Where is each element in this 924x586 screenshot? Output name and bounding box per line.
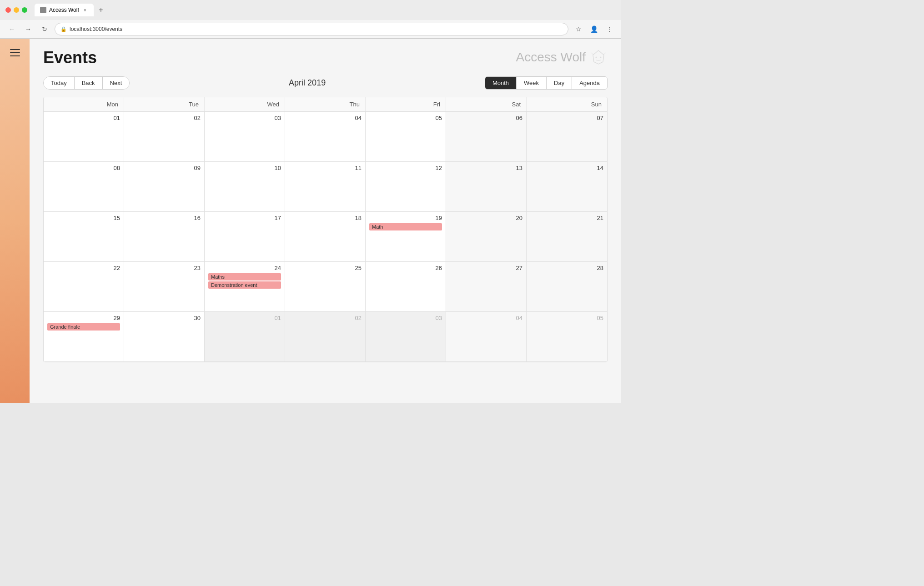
cell-date: 01 (47, 115, 120, 121)
calendar-cell[interactable]: 16 (124, 212, 205, 262)
calendar-cell[interactable]: 09 (124, 162, 205, 212)
calendar-cell[interactable]: 23 (124, 262, 205, 312)
calendar-cell[interactable]: 01 (44, 112, 124, 162)
calendar-cell[interactable]: 02 (285, 312, 366, 362)
calendar-cell[interactable]: 25 (285, 262, 366, 312)
calendar-header: MonTueWedThuFriSatSun (44, 97, 607, 112)
cell-date: 11 (289, 165, 362, 171)
calendar-cell[interactable]: 21 (527, 212, 607, 262)
calendar-cell[interactable]: 03 (205, 112, 285, 162)
new-tab-button[interactable]: + (95, 5, 106, 15)
sidebar (0, 39, 30, 403)
cell-date: 04 (450, 315, 522, 321)
calendar-cell[interactable]: 02 (124, 112, 205, 162)
wolf-icon (589, 48, 608, 66)
event-bar[interactable]: Math (369, 223, 442, 230)
svg-point-0 (596, 57, 597, 58)
forward-nav-button[interactable]: → (22, 23, 35, 35)
cell-date: 02 (128, 115, 201, 121)
tab-bar: Access Wolf × + (35, 4, 616, 16)
month-view-button[interactable]: Month (485, 77, 517, 89)
hamburger-line-1 (10, 49, 20, 50)
cell-date: 14 (530, 165, 603, 171)
app-name-label: Access Wolf (516, 50, 586, 65)
cell-date: 28 (530, 265, 603, 271)
hamburger-button[interactable] (7, 45, 23, 61)
cell-date: 23 (128, 265, 201, 271)
calendar-cell[interactable]: 05 (527, 312, 607, 362)
calendar: MonTueWedThuFriSatSun 010203040506070809… (43, 97, 608, 362)
cell-date: 17 (208, 215, 281, 221)
tab-title: Access Wolf (49, 7, 79, 13)
refresh-button[interactable]: ↻ (38, 23, 51, 35)
cell-date: 04 (289, 115, 362, 121)
day-header-wed: Wed (205, 97, 285, 111)
calendar-cell[interactable]: 08 (44, 162, 124, 212)
calendar-cell[interactable]: 29Grande finale (44, 312, 124, 362)
next-button[interactable]: Next (103, 77, 130, 89)
day-header-tue: Tue (124, 97, 205, 111)
event-bar[interactable]: Demonstration event (208, 281, 281, 289)
day-view-button[interactable]: Day (547, 77, 572, 89)
calendar-body: 01020304050607080910111213141516171819Ma… (44, 112, 607, 362)
menu-button[interactable]: ⋮ (603, 23, 616, 35)
main-content: Events Access Wolf Today Back Next (30, 39, 621, 403)
back-nav-button[interactable]: ← (5, 23, 18, 35)
calendar-cell[interactable]: 10 (205, 162, 285, 212)
calendar-cell[interactable]: 20 (446, 212, 527, 262)
cell-date: 09 (128, 165, 201, 171)
event-bar[interactable]: Grande finale (47, 323, 120, 331)
minimize-button[interactable] (14, 7, 19, 13)
calendar-cell[interactable]: 05 (366, 112, 446, 162)
calendar-cell[interactable]: 01 (205, 312, 285, 362)
star-button[interactable]: ☆ (572, 23, 585, 35)
calendar-cell[interactable]: 12 (366, 162, 446, 212)
cell-date: 18 (289, 215, 362, 221)
current-month-label: April 2019 (289, 78, 326, 88)
calendar-cell[interactable]: 24MathsDemonstration event (205, 262, 285, 312)
calendar-cell[interactable]: 04 (285, 112, 366, 162)
view-buttons: Month Week Day Agenda (485, 76, 608, 90)
cell-date: 26 (369, 265, 442, 271)
cell-date: 03 (369, 315, 442, 321)
calendar-cell[interactable]: 07 (527, 112, 607, 162)
maximize-button[interactable] (22, 7, 27, 13)
profile-button[interactable]: 👤 (588, 23, 600, 35)
calendar-cell[interactable]: 03 (366, 312, 446, 362)
calendar-cell[interactable]: 17 (205, 212, 285, 262)
calendar-cell[interactable]: 04 (446, 312, 527, 362)
calendar-cell[interactable]: 19Math (366, 212, 446, 262)
calendar-cell[interactable]: 27 (446, 262, 527, 312)
address-bar[interactable]: 🔒 localhost:3000/events (55, 23, 568, 35)
hamburger-line-3 (10, 55, 20, 56)
calendar-cell[interactable]: 28 (527, 262, 607, 312)
calendar-nav-buttons: Today Back Next (43, 76, 130, 90)
cell-date: 22 (47, 265, 120, 271)
close-button[interactable] (5, 7, 11, 13)
calendar-controls: Today Back Next April 2019 Month Week Da… (43, 76, 608, 90)
calendar-cell[interactable]: 30 (124, 312, 205, 362)
tab-close-button[interactable]: × (82, 7, 88, 13)
page-header: Events Access Wolf (43, 48, 608, 67)
calendar-cell[interactable]: 15 (44, 212, 124, 262)
cell-date: 27 (450, 265, 522, 271)
cell-date: 20 (450, 215, 522, 221)
calendar-cell[interactable]: 13 (446, 162, 527, 212)
event-bar[interactable]: Maths (208, 273, 281, 280)
week-view-button[interactable]: Week (517, 77, 547, 89)
calendar-cell[interactable]: 26 (366, 262, 446, 312)
calendar-cell[interactable]: 11 (285, 162, 366, 212)
today-button[interactable]: Today (44, 77, 75, 89)
calendar-cell[interactable]: 18 (285, 212, 366, 262)
calendar-cell[interactable]: 14 (527, 162, 607, 212)
back-button[interactable]: Back (75, 77, 103, 89)
url-text: localhost:3000/events (70, 26, 122, 32)
traffic-lights (5, 7, 27, 13)
calendar-cell[interactable]: 06 (446, 112, 527, 162)
cell-date: 16 (128, 215, 201, 221)
cell-date: 25 (289, 265, 362, 271)
browser-tab[interactable]: Access Wolf × (35, 4, 94, 16)
calendar-cell[interactable]: 22 (44, 262, 124, 312)
cell-date: 24 (208, 265, 281, 271)
agenda-view-button[interactable]: Agenda (572, 77, 607, 89)
